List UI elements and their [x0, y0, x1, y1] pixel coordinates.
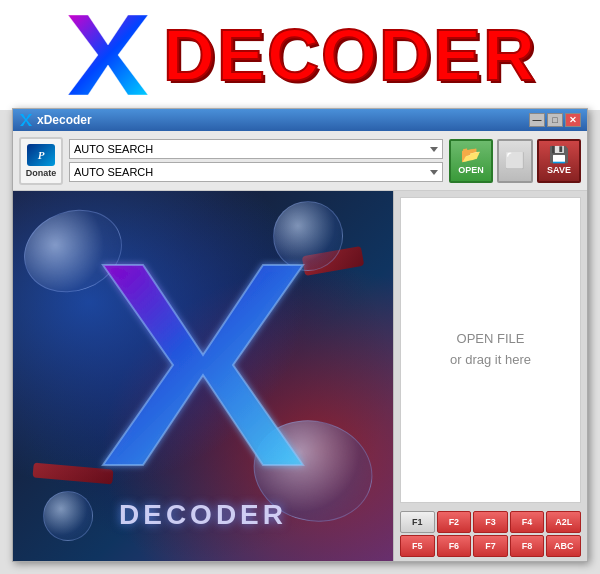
paypal-icon: P — [27, 144, 55, 166]
drop-zone-line2: or drag it here — [450, 350, 531, 371]
function-keys: F1 F2 F3 F4 A2L F5 F6 F7 F8 ABC — [394, 507, 587, 561]
a2l-key[interactable]: A2L — [546, 511, 581, 533]
title-bar: xDecoder — □ ✕ — [13, 109, 587, 131]
minimize-button[interactable]: — — [529, 113, 545, 127]
dropdowns: AUTO SEARCH MANUAL CUSTOM AUTO SEARCH MA… — [69, 139, 443, 182]
dropdown-1[interactable]: AUTO SEARCH MANUAL CUSTOM — [69, 139, 443, 159]
middle-button[interactable]: ⬜ — [497, 139, 533, 183]
right-panel: OPEN FILE or drag it here F1 F2 F3 F4 A2… — [393, 191, 587, 561]
app-header: DECODER — [0, 0, 600, 110]
toolbar: P Donate AUTO SEARCH MANUAL CUSTOM AUTO … — [13, 131, 587, 191]
window-title: xDecoder — [37, 113, 92, 127]
f3-key[interactable]: F3 — [473, 511, 508, 533]
splash-decoder-text: DECODER — [119, 499, 287, 531]
svg-marker-2 — [20, 114, 32, 126]
save-icon: 💾 — [549, 147, 569, 163]
app-window: xDecoder — □ ✕ P Donate AUTO SEARCH MANU… — [12, 108, 588, 562]
abc-key[interactable]: ABC — [546, 535, 581, 557]
open-icon: 📂 — [461, 147, 481, 163]
svg-marker-0 — [68, 15, 148, 95]
open-label: OPEN — [458, 165, 484, 175]
paypal-p: P — [38, 149, 45, 161]
f5-key[interactable]: F5 — [400, 535, 435, 557]
donate-label: Donate — [26, 168, 57, 178]
maximize-button[interactable]: □ — [547, 113, 563, 127]
title-bar-left: xDecoder — [19, 113, 92, 127]
splash-panel: DECODER — [13, 191, 393, 561]
svg-marker-3 — [103, 265, 303, 465]
save-button[interactable]: 💾 SAVE — [537, 139, 581, 183]
dropdown-2[interactable]: AUTO SEARCH MANUAL CUSTOM — [69, 162, 443, 182]
f1-key[interactable]: F1 — [400, 511, 435, 533]
engine-part-4 — [43, 491, 93, 541]
close-button[interactable]: ✕ — [565, 113, 581, 127]
app-title: DECODER — [163, 14, 537, 96]
f7-key[interactable]: F7 — [473, 535, 508, 557]
f2-key[interactable]: F2 — [437, 511, 472, 533]
f8-key[interactable]: F8 — [510, 535, 545, 557]
f4-key[interactable]: F4 — [510, 511, 545, 533]
open-button[interactable]: 📂 OPEN — [449, 139, 493, 183]
window-controls: — □ ✕ — [529, 113, 581, 127]
content-area: DECODER OPEN FILE or drag it here F1 F2 … — [13, 191, 587, 561]
drop-zone-line1: OPEN FILE — [457, 329, 525, 350]
window-icon — [19, 113, 33, 127]
app-logo — [63, 10, 153, 100]
toolbar-buttons: 📂 OPEN ⬜ 💾 SAVE — [449, 139, 581, 183]
drop-zone[interactable]: OPEN FILE or drag it here — [400, 197, 581, 503]
donate-button[interactable]: P Donate — [19, 137, 63, 185]
splash-x-logo — [93, 255, 313, 475]
save-label: SAVE — [547, 165, 571, 175]
f6-key[interactable]: F6 — [437, 535, 472, 557]
middle-icon: ⬜ — [505, 153, 525, 169]
